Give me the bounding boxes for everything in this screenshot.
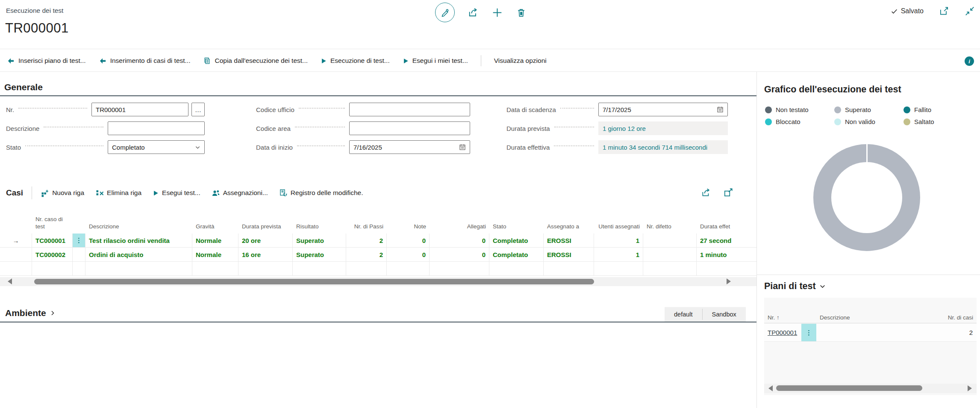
cell-empty[interactable] — [238, 262, 293, 276]
cell-allegati[interactable]: 0 — [430, 234, 489, 248]
cell-stato[interactable]: Completato — [489, 234, 544, 248]
assegnazioni-button[interactable]: Assegnazioni... — [212, 189, 268, 197]
table-row-empty[interactable] — [0, 262, 756, 276]
col-risultato[interactable]: Risultato — [293, 223, 346, 234]
piani-panel-header[interactable]: Piani di test — [764, 281, 826, 292]
nr-assist-edit-button[interactable]: … — [191, 103, 205, 116]
action-esegui-miei-test[interactable]: Esegui i miei test... — [403, 57, 468, 65]
section-ambiente-header[interactable]: Ambiente — [5, 308, 56, 318]
piani-nr-link[interactable]: TP000001 — [768, 329, 797, 336]
data-inizio-input[interactable]: 7/16/2025 — [349, 140, 470, 154]
cell-note[interactable]: 0 — [387, 234, 430, 248]
col-durata-effettiva[interactable]: Durata effet — [697, 223, 756, 234]
cell-stato[interactable]: Completato — [489, 248, 544, 262]
col-note[interactable]: Note — [387, 223, 430, 234]
scroll-right-arrow[interactable] — [968, 385, 972, 391]
cell-empty[interactable] — [430, 262, 489, 276]
collapse-button[interactable] — [965, 6, 975, 16]
descrizione-input[interactable] — [108, 121, 205, 135]
col-nr[interactable]: Nr. ↑ — [764, 314, 816, 323]
share-icon[interactable] — [701, 187, 711, 198]
info-button[interactable]: i — [965, 56, 974, 66]
new-record-button[interactable] — [491, 7, 503, 18]
piani-hscrollbar[interactable] — [764, 384, 977, 393]
cell-assegnato-a[interactable]: EROSSI — [544, 248, 594, 262]
data-scadenza-input[interactable]: 7/17/2025 — [598, 103, 728, 116]
codice-ufficio-input[interactable] — [349, 103, 470, 116]
col-nr-caso[interactable]: Nr. caso di test — [32, 216, 73, 234]
action-copia-esecuzione[interactable]: Copia dall'esecuzione dei test... — [203, 57, 308, 65]
scroll-right-arrow[interactable] — [727, 278, 731, 284]
col-stato[interactable]: Stato — [489, 223, 544, 234]
cell-allegati[interactable]: 0 — [430, 248, 489, 262]
action-inserisci-piano[interactable]: Inserisci piano di test... — [7, 57, 86, 65]
casi-hscrollbar[interactable] — [0, 277, 756, 286]
cell-utenti[interactable]: 1 — [594, 234, 643, 248]
stato-select[interactable]: Completato — [108, 140, 205, 154]
cell-empty[interactable] — [387, 262, 430, 276]
col-durata-prevista[interactable]: Durata prevista — [238, 223, 293, 234]
scroll-left-arrow[interactable] — [768, 385, 773, 391]
cell-gravita[interactable]: Normale — [192, 234, 238, 248]
cell-empty[interactable] — [32, 262, 73, 276]
col-gravita[interactable]: Gravità — [192, 223, 238, 234]
row-menu-button[interactable]: ⋮ — [73, 234, 85, 248]
durata-effettiva-value[interactable]: 1 minuto 34 secondi 714 millisecondi — [598, 140, 728, 154]
cell-empty[interactable] — [85, 262, 192, 276]
piani-nr-casi-cell[interactable]: 2 — [925, 329, 977, 336]
cell-assegnato-a[interactable]: EROSSI — [544, 234, 594, 248]
durata-prevista-value[interactable]: 1 giorno 12 ore — [598, 121, 728, 135]
cell-note[interactable]: 0 — [387, 248, 430, 262]
action-visualizza-opzioni[interactable]: Visualizza opzioni — [494, 57, 547, 65]
cell-passi[interactable]: 2 — [346, 248, 387, 262]
scroll-thumb[interactable] — [34, 279, 594, 284]
cell-durata-effettiva[interactable]: 27 second — [697, 234, 756, 248]
row-menu-cell[interactable] — [73, 248, 85, 262]
nr-input[interactable]: TR000001 — [91, 103, 188, 116]
codice-area-input[interactable] — [349, 121, 470, 135]
table-row[interactable]: → TC000001 ⋮ Test rilascio ordini vendit… — [0, 234, 756, 248]
col-allegati[interactable]: Allegati — [430, 223, 489, 234]
share-button[interactable] — [468, 7, 479, 18]
row-menu-button[interactable]: ⋮ — [801, 324, 816, 341]
col-nr-di-casi[interactable]: Nr. di casi — [930, 314, 977, 323]
cell-descrizione[interactable]: Ordini di acquisto — [85, 248, 192, 262]
cell-nr-difetto[interactable] — [643, 248, 697, 262]
cell-durata-prevista[interactable]: 20 ore — [238, 234, 293, 248]
popout-button[interactable] — [939, 6, 949, 16]
col-descrizione[interactable]: Descrizione — [816, 314, 930, 323]
col-assegnato-a[interactable]: Assegnato a — [544, 223, 594, 234]
col-utenti-assegnati[interactable]: Utenti assegnati — [594, 223, 643, 234]
cell-nr[interactable]: TC000002 — [32, 248, 73, 262]
cell-passi[interactable]: 2 — [346, 234, 387, 248]
expand-part-icon[interactable] — [723, 187, 733, 198]
scroll-left-arrow[interactable] — [8, 278, 12, 284]
cell-empty[interactable] — [192, 262, 238, 276]
cell-empty[interactable] — [293, 262, 346, 276]
esegui-test-button[interactable]: Esegui test... — [153, 189, 200, 197]
action-inserimento-casi[interactable]: Inserimento di casi di test... — [99, 57, 191, 65]
action-esecuzione-test[interactable]: Esecuzione di test... — [321, 57, 390, 65]
cell-empty[interactable] — [697, 262, 756, 276]
cell-nr[interactable]: TC000001 — [32, 234, 73, 248]
cell-empty[interactable] — [594, 262, 643, 276]
delete-record-button[interactable] — [516, 7, 527, 18]
registro-modifiche-button[interactable]: Registro delle modifiche. — [279, 189, 363, 197]
col-nr-passi[interactable]: Nr. di Passi — [346, 223, 387, 234]
section-generale-header[interactable]: Generale — [4, 82, 43, 92]
cell-durata-effettiva[interactable]: 1 minuto — [697, 248, 756, 262]
col-descrizione[interactable]: Descrizione — [85, 223, 192, 234]
table-row[interactable]: TC000002 Ordini di acquisto Normale 16 o… — [0, 248, 756, 262]
cell-nr-difetto[interactable] — [643, 234, 697, 248]
cell-empty[interactable] — [544, 262, 594, 276]
cell-empty[interactable] — [73, 262, 85, 276]
cell-risultato[interactable]: Superato — [293, 234, 346, 248]
cell-durata-prevista[interactable]: 16 ore — [238, 248, 293, 262]
cell-empty[interactable] — [489, 262, 544, 276]
piani-row[interactable]: TP000001 ⋮ 2 — [764, 324, 977, 342]
cell-empty[interactable] — [643, 262, 697, 276]
cell-risultato[interactable]: Superato — [293, 248, 346, 262]
nuova-riga-button[interactable]: Nuova riga — [41, 189, 84, 197]
scroll-thumb[interactable] — [776, 385, 922, 391]
edit-pencil-button[interactable] — [435, 3, 455, 22]
